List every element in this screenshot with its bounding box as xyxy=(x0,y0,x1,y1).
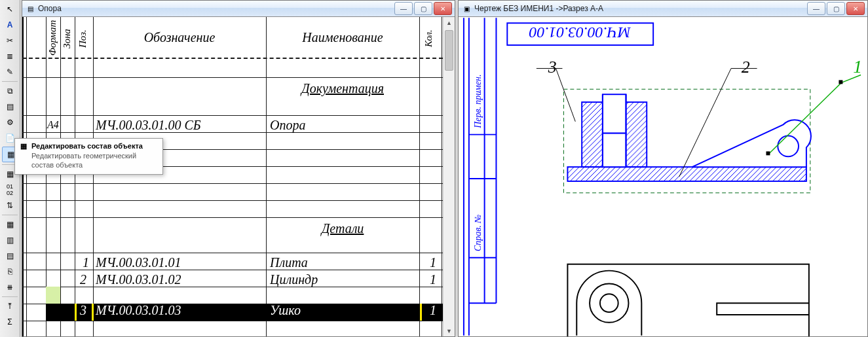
cell-designation: МЧ.00.03.01.01 xyxy=(96,255,181,270)
cell-designation: МЧ.00.03.01.02 xyxy=(96,272,181,287)
sheet-icon[interactable]: ▥ xyxy=(2,233,18,247)
selected-row[interactable]: 3 МЧ.00.03.01.03 Ушко 1 xyxy=(46,304,443,321)
svg-rect-22 xyxy=(766,151,770,155)
edit-icon[interactable]: ✎ xyxy=(2,65,18,79)
maximize-button[interactable]: ▢ xyxy=(827,2,845,15)
section-details: Детали xyxy=(267,221,418,236)
cell-pos: 2 xyxy=(80,272,86,287)
svg-rect-23 xyxy=(839,80,842,84)
callout-3: 3 xyxy=(548,58,557,77)
link-icon[interactable]: ⎘ xyxy=(2,264,18,279)
svg-rect-24 xyxy=(567,264,808,336)
callout-1: 1 xyxy=(853,56,862,77)
drawing-svg: МЧ.00.03.01.00 Перв. примен. Справ. № xyxy=(459,17,867,336)
spec-table[interactable]: Формат Зона Поз. Обозначение Наименовани… xyxy=(22,17,443,336)
sort-icon[interactable]: ⇅ xyxy=(2,198,18,213)
designation-number: МЧ.00.03.01.00 xyxy=(529,24,632,41)
copy-icon[interactable]: ⧉ xyxy=(2,84,18,98)
side-label-primary: Перв. примен. xyxy=(473,75,483,129)
callout-2: 2 xyxy=(742,58,750,77)
col-name: Наименование xyxy=(267,30,418,45)
maximize-button[interactable]: ▢ xyxy=(414,2,432,15)
cursor-icon[interactable]: ↖ xyxy=(2,2,18,16)
tooltip-icon: ▦ xyxy=(19,141,28,151)
cell-pos: 1 xyxy=(83,255,89,270)
table-icon[interactable]: ▦ xyxy=(2,217,18,232)
drawing-window: ▣ Чертеж БЕЗ ИМЕНИ1 ->Разрез А-А — ▢ ✕ xyxy=(458,0,868,337)
bom-icon[interactable]: ▤ xyxy=(2,249,18,263)
drawing-canvas[interactable]: МЧ.00.03.01.00 Перв. примен. Справ. № xyxy=(459,17,867,336)
drawing-doc-icon: ▣ xyxy=(461,3,472,14)
cell-detail-name: Ушко xyxy=(270,303,301,318)
scissors-icon[interactable]: ✂ xyxy=(2,33,18,48)
cell-pos: 3 xyxy=(80,303,86,318)
tooltip-title: Редактировать состав объекта xyxy=(31,142,143,150)
col-zone: Зона xyxy=(62,22,73,55)
tree-icon[interactable]: ⤒ xyxy=(2,299,18,313)
config-icon[interactable]: ⚙ xyxy=(2,115,18,130)
tooltip-body: Редактировать геометрический состав объе… xyxy=(15,152,162,170)
section-documentation: Документация xyxy=(267,81,418,96)
cell-designation: МЧ.00.03.01.00 СБ xyxy=(96,118,201,133)
col-format: Формат xyxy=(47,20,58,56)
close-button[interactable]: ✕ xyxy=(846,2,865,15)
svg-line-16 xyxy=(556,69,576,122)
spec-title: Опора xyxy=(38,4,393,13)
cell-qty: 1 xyxy=(430,303,436,318)
cell-detail-name: Цилиндр xyxy=(270,272,318,287)
col-pos: Поз. xyxy=(77,25,88,52)
svg-rect-11 xyxy=(603,94,626,133)
drawing-title: Чертеж БЕЗ ИМЕНИ1 ->Разрез А-А xyxy=(474,4,806,13)
minimize-button[interactable]: — xyxy=(807,2,825,15)
cell-qty: 1 xyxy=(430,255,436,270)
tooltip-edit-composition: ▦ Редактировать состав объекта Редактиро… xyxy=(14,138,163,175)
minimize-button[interactable]: — xyxy=(394,2,413,15)
drawing-titlebar[interactable]: ▣ Чертеж БЕЗ ИМЕНИ1 ->Разрез А-А — ▢ ✕ xyxy=(459,1,867,17)
cell-format: А4 xyxy=(47,119,59,131)
svg-point-25 xyxy=(590,283,628,322)
bind-icon[interactable]: ⧻ xyxy=(2,280,18,294)
svg-rect-9 xyxy=(567,167,806,181)
layers-icon[interactable]: ≣ xyxy=(2,49,18,63)
svg-point-26 xyxy=(600,294,618,312)
col-qty: Кол. xyxy=(423,25,434,52)
svg-rect-12 xyxy=(603,133,626,168)
cell-qty: 1 xyxy=(430,272,436,287)
number-icon[interactable]: 0102 xyxy=(2,183,18,197)
spec-titlebar[interactable]: ▤ Опора — ▢ ✕ xyxy=(22,1,455,17)
cell-designation: МЧ.00.03.01.03 xyxy=(96,303,181,318)
close-button[interactable]: ✕ xyxy=(434,2,452,15)
vertical-scrollbar[interactable]: ▲ ▼ xyxy=(443,17,455,336)
page-icon[interactable]: ▤ xyxy=(2,99,18,114)
side-label-ref: Справ. № xyxy=(473,215,483,251)
cell-product-name: Опора xyxy=(270,118,305,133)
doc-icon: ▤ xyxy=(25,3,35,14)
text-icon[interactable]: A xyxy=(2,18,18,32)
sum-icon[interactable]: Σ xyxy=(2,315,18,329)
cell-detail-name: Плита xyxy=(270,255,308,270)
col-designation: Обозначение xyxy=(94,30,265,45)
